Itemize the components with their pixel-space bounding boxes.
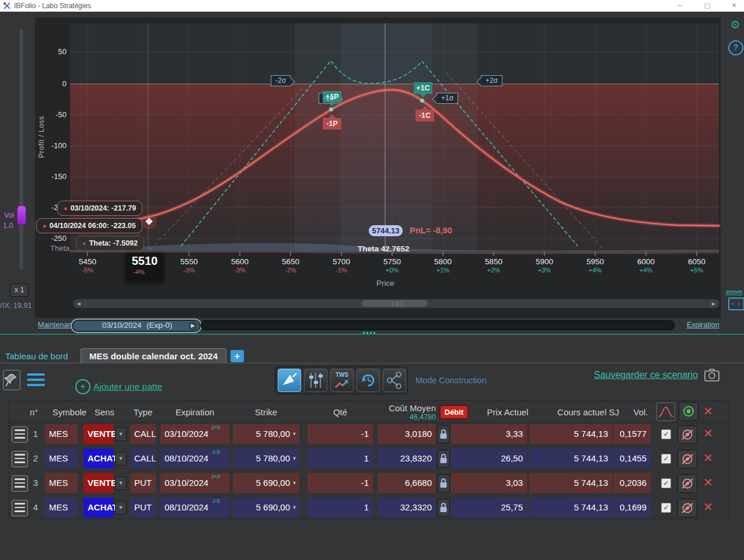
timeline-track[interactable] (201, 320, 675, 330)
tab-dashboard[interactable]: Tableau de bord (5, 351, 68, 361)
vol-multiplier-button[interactable]: x 1 (10, 284, 29, 297)
row-checkbox[interactable]: ✓ (661, 429, 671, 439)
expiration-cell[interactable]: 08/10/2024J-5 (160, 449, 229, 468)
vol-slider-handle[interactable] (17, 205, 26, 225)
qty-cell[interactable]: 1 (308, 498, 373, 517)
sens-cell[interactable]: ACHAT (83, 449, 114, 468)
days-to-exp: J+0 (211, 473, 220, 480)
delete-row-icon[interactable]: ✕ (703, 428, 713, 439)
settings-gear-icon[interactable]: ⚙ (728, 18, 742, 32)
construction-mode-button[interactable] (278, 369, 301, 392)
zoom-extent-button[interactable]: ‹ › (728, 298, 744, 310)
play-icon[interactable]: ▶ (188, 321, 197, 330)
add-leg-link[interactable]: Ajouter une patte (93, 382, 162, 392)
lock-button[interactable] (437, 499, 450, 517)
save-scenario-link[interactable]: Sauvegarder ce scenario (594, 370, 698, 380)
lock-button[interactable] (437, 474, 450, 492)
share-mode-button[interactable] (383, 369, 406, 392)
pin-button[interactable] (3, 370, 20, 390)
strike-cell[interactable]: 5 780,00▼ (233, 449, 299, 468)
hide-row-button[interactable] (677, 425, 697, 444)
row-checkbox[interactable]: ✓ (661, 503, 671, 513)
tws-mode-button[interactable]: TWS (330, 369, 354, 392)
row-checkbox[interactable]: ✓ (661, 478, 671, 488)
maximize-button[interactable]: ▢ (696, 0, 719, 11)
strike-dropdown-icon[interactable]: ▼ (292, 424, 297, 444)
short-put-marker[interactable]: -1P (323, 118, 341, 130)
hide-row-button[interactable] (677, 499, 697, 517)
expiration-cell[interactable]: 03/10/2024J+0 (160, 473, 229, 493)
sens-dropdown-icon[interactable]: ▼ (115, 477, 127, 490)
debit-badge[interactable]: Débit (439, 405, 469, 419)
expiration-cell[interactable]: 03/10/2024J+0 (160, 424, 229, 444)
tab-strategy[interactable]: MES double calendar oct. 2024 (81, 348, 226, 363)
qty-cell[interactable]: -1 (308, 473, 373, 493)
timeline-now-link[interactable]: Maintenant (38, 321, 74, 329)
strike-dropdown-icon[interactable]: ▼ (292, 473, 297, 493)
long-call-marker[interactable]: +1C (414, 82, 432, 94)
close-button[interactable]: ✕ (722, 0, 744, 11)
row-drag-handle[interactable] (12, 426, 28, 443)
snapshot-button[interactable] (704, 368, 720, 383)
separator-grip-dots[interactable] (363, 332, 377, 342)
x-tick: 5600-3% (221, 257, 259, 274)
qty-cell[interactable]: 1 (308, 449, 373, 468)
delete-row-icon[interactable]: ✕ (703, 452, 713, 464)
expiration-cell[interactable]: 08/10/2024J-5 (160, 498, 229, 517)
scroll-right-icon[interactable]: ► (710, 300, 718, 307)
sens-cell[interactable]: ACHAT (83, 498, 114, 517)
hide-row-button[interactable] (677, 450, 697, 468)
lock-button[interactable] (437, 425, 450, 443)
history-mode-button[interactable] (357, 369, 380, 392)
sens-cell[interactable]: VENTE (83, 473, 114, 493)
col-header-vol: Vol. (626, 407, 655, 417)
cost-cell[interactable]: 32,3320 (378, 498, 436, 517)
sens-dropdown-icon[interactable]: ▼ (115, 428, 127, 441)
minimize-button[interactable]: ─ (668, 0, 691, 11)
lock-button[interactable] (437, 450, 450, 468)
vol-slider-track[interactable] (19, 29, 23, 270)
row-drag-handle[interactable] (12, 475, 28, 492)
row-drag-handle[interactable] (12, 451, 28, 467)
cost-cell[interactable]: 6,6680 (378, 473, 436, 493)
x-tick: 5450-5% (69, 257, 106, 274)
add-leg-icon[interactable]: + (75, 379, 90, 394)
y-tick: -100 (46, 141, 67, 150)
pushpin-icon (4, 370, 20, 390)
scrollbar-thumb[interactable]: ❘❘❘ (362, 300, 428, 307)
timeline-date-pill[interactable]: 03/10/2024 (Exp-0) ▶ (71, 318, 202, 333)
payoff-chart: Profit / Loss 50 0 -50 -100 -150 -200 -2… (35, 18, 721, 318)
curve-toggle-button[interactable] (656, 402, 675, 421)
help-button[interactable]: ? (728, 40, 743, 55)
timeline-expiration-link[interactable]: Expiration (687, 321, 719, 329)
row-num: 3 (30, 473, 41, 493)
strike-dropdown-icon[interactable]: ▼ (292, 498, 297, 517)
delete-all-icon[interactable]: ✕ (703, 405, 713, 417)
sens-cell[interactable]: VENTE (83, 424, 114, 444)
strike-cell[interactable]: 5 690,00▼ (233, 498, 299, 517)
menu-button[interactable] (27, 373, 45, 386)
chart-horizontal-scrollbar[interactable]: ◄ ❘❘❘ ► (73, 299, 719, 309)
row-checkbox[interactable]: ✓ (661, 454, 671, 464)
delete-row-icon[interactable]: ✕ (703, 477, 713, 488)
sens-dropdown-icon[interactable]: ▼ (115, 452, 127, 466)
cost-total: 46,4780 (378, 413, 436, 421)
show-all-button[interactable] (679, 402, 698, 421)
adjust-mode-button[interactable] (304, 369, 327, 392)
add-tab-button[interactable]: + (230, 350, 244, 362)
delete-row-icon[interactable]: ✕ (703, 501, 713, 513)
cost-cell[interactable]: 23,8320 (378, 449, 436, 468)
strike-cell[interactable]: 5 690,00▼ (233, 473, 299, 493)
qty-cell[interactable]: -1 (308, 424, 373, 444)
strike-dropdown-icon[interactable]: ▼ (292, 449, 297, 468)
scroll-left-icon[interactable]: ◄ (75, 300, 83, 307)
theta-tooltip: ●Theta: -7.5092 (76, 236, 144, 251)
short-call-marker[interactable]: -1C (415, 110, 434, 121)
hide-row-button[interactable] (677, 474, 697, 493)
row-drag-handle[interactable] (12, 500, 28, 516)
cost-cell[interactable]: 3,0180 (378, 424, 436, 444)
x-tick: 6000+4% (627, 257, 665, 274)
sens-dropdown-icon[interactable]: ▼ (115, 501, 127, 514)
strike-cell[interactable]: 5 780,00▼ (233, 424, 299, 444)
vol-label: Vol (4, 211, 14, 219)
